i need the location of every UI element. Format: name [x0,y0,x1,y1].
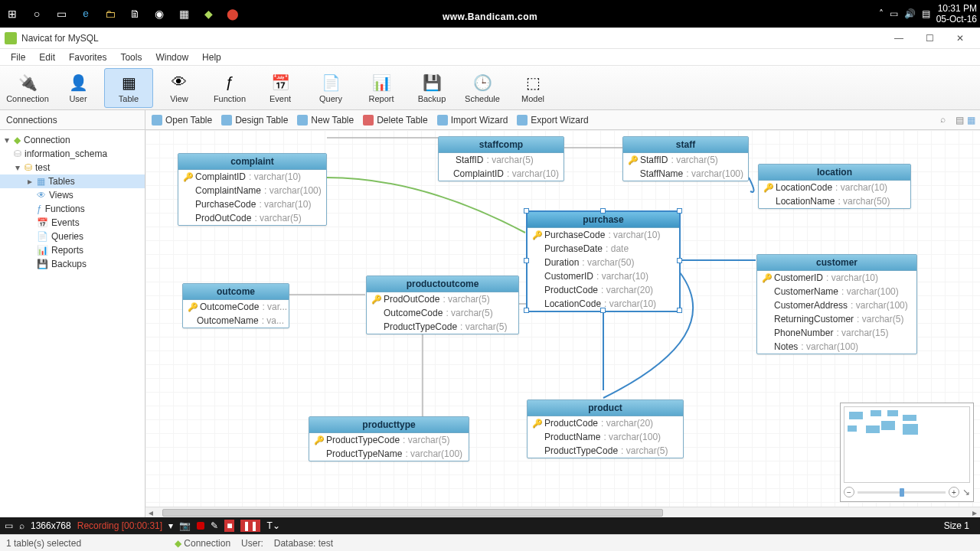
entity-purchase[interactable]: purchase🔑PurchaseCode : varchar(10)Purch… [527,211,680,311]
tool-query[interactable]: 📄Query [306,68,355,108]
tool-backup[interactable]: 💾Backup [407,68,456,108]
field-customername[interactable]: CustomerName : varchar(100) [757,285,916,298]
cortana-icon[interactable]: ○ [28,5,46,23]
minimize-button[interactable]: — [884,30,914,47]
tool-table[interactable]: ▦Table [104,68,153,108]
entity-outcome[interactable]: outcome🔑OutcomeCode : var...OutcomeName … [182,283,289,328]
field-outcomename[interactable]: OutcomeName : va... [183,314,289,328]
tray-action-icon[interactable]: ▤ [922,8,930,19]
tool-view[interactable]: 👁View [155,68,204,108]
menu-help[interactable]: Help [196,51,227,64]
close-button[interactable]: ✕ [945,30,975,47]
tool-event[interactable]: 📅Event [256,68,305,108]
minimap[interactable]: − + ↘ [840,403,974,502]
field-customerid[interactable]: CustomerID : varchar(10) [528,269,679,283]
field-producttypecode[interactable]: ProductTypeCode : varchar(5) [528,444,683,458]
entity-staffcomp[interactable]: staffcompStaffID : varchar(5)ComplaintID… [438,136,564,181]
entity-productoutcome[interactable]: productoutcome🔑ProdOutCode : varchar(5)O… [366,276,519,334]
subtool-open-table[interactable]: Open Table [149,113,215,127]
tool-function[interactable]: ƒFunction [205,68,254,108]
tree-backups[interactable]: 💾Backups [0,257,145,271]
field-notes[interactable]: Notes : varchar(100) [757,340,916,354]
rec-zoom-icon[interactable]: ⌕ [19,520,24,531]
entity-complaint[interactable]: complaint🔑ComplaintID : varchar(10)Compl… [178,153,327,226]
zoom-slider[interactable] [858,491,946,494]
start-icon[interactable]: ⊞ [3,5,21,23]
selection-handle[interactable] [524,258,529,263]
chrome-icon[interactable]: ◉ [150,5,168,23]
rec-display-icon[interactable]: ▭ [5,520,13,531]
field-locationname[interactable]: LocationName : varchar(50) [759,194,910,208]
app-icon-1[interactable]: 🗎 [126,5,144,23]
tray-battery-icon[interactable]: ▭ [890,8,898,19]
menu-window[interactable]: Window [149,51,194,64]
menu-file[interactable]: File [5,51,31,64]
tree-db-test[interactable]: ▾⛁test [0,161,145,174]
field-purchasecode[interactable]: PurchaseCode : varchar(10) [178,197,326,211]
field-staffid[interactable]: 🔑StaffID : varchar(5) [623,153,748,167]
bandicam-task-icon[interactable]: ⬤ [224,5,242,23]
entity-location[interactable]: location🔑LocationCode : varchar(10)Locat… [758,164,911,209]
subtool-design-table[interactable]: Design Table [218,113,291,127]
rec-draw-icon[interactable]: ✎ [211,520,218,531]
subtool-delete-table[interactable]: Delete Table [360,113,431,127]
rec-text-icon[interactable]: T⌄ [266,520,279,531]
field-customerid[interactable]: 🔑CustomerID : varchar(10) [757,271,916,285]
field-producttypename[interactable]: ProductTypeName : varchar(100) [309,447,469,461]
model-canvas[interactable]: complaint🔑ComplaintID : varchar(10)Compl… [145,130,980,517]
field-outcomecode[interactable]: OutcomeCode : varchar(5) [367,306,518,320]
navicat-task-icon[interactable]: ◆ [199,5,217,23]
rec-dropdown-icon[interactable]: ▾ [168,520,173,531]
rec-pause-button[interactable]: ❚❚ [240,520,260,532]
selection-handle[interactable] [677,258,682,263]
rec-stop-button[interactable]: ■ [224,520,234,532]
field-producttypecode[interactable]: ProductTypeCode : varchar(5) [367,320,518,334]
menu-tools[interactable]: Tools [114,51,148,64]
field-customeraddress[interactable]: CustomerAddress : varchar(100) [757,298,916,312]
entity-customer[interactable]: customer🔑CustomerID : varchar(10)Custome… [756,254,917,354]
field-phonenumber[interactable]: PhoneNumber : varchar(15) [757,326,916,340]
menu-edit[interactable]: Edit [33,51,61,64]
subtool-export-wizard[interactable]: Export Wizard [514,113,591,127]
field-complaintname[interactable]: ComplaintName : varchar(100) [178,184,326,197]
field-complaintid[interactable]: ComplaintID : varchar(10) [439,167,564,181]
tree-queries[interactable]: 📄Queries [0,230,145,243]
selection-handle[interactable] [524,208,529,214]
selection-handle[interactable] [600,208,606,214]
field-purchasecode[interactable]: 🔑PurchaseCode : varchar(10) [528,228,679,242]
field-complaintid[interactable]: 🔑ComplaintID : varchar(10) [178,170,326,184]
search-icon[interactable]: ⌕ [940,114,952,126]
tool-user[interactable]: 👤User [54,68,103,108]
field-prodoutcode[interactable]: 🔑ProdOutCode : varchar(5) [367,292,518,306]
entity-product[interactable]: product🔑ProductCode : varchar(20)Product… [527,399,684,458]
rec-camera-icon[interactable]: 📷 [179,520,191,531]
rec-record-button[interactable] [197,522,204,530]
zoom-in-button[interactable]: + [949,487,959,497]
taskview-icon[interactable]: ▭ [52,5,70,23]
field-purchasedate[interactable]: PurchaseDate : date [528,242,679,256]
tree-tables[interactable]: ▸▦Tables [0,174,145,188]
explorer-icon[interactable]: 🗀 [101,5,119,23]
selection-handle[interactable] [677,208,682,214]
store-icon[interactable]: ▦ [175,5,193,23]
entity-producttype[interactable]: producttype🔑ProductTypeCode : varchar(5)… [309,416,469,461]
field-locationcode[interactable]: 🔑LocationCode : varchar(10) [759,181,910,194]
tool-model[interactable]: ⬚Model [508,68,557,108]
tool-report[interactable]: 📊Report [357,68,406,108]
tree-root-connection[interactable]: ▾◆Connection [0,133,145,147]
tool-connection[interactable]: 🔌Connection [3,68,52,108]
field-staffid[interactable]: StaffID : varchar(5) [439,153,564,167]
field-staffname[interactable]: StaffName : varchar(100) [623,167,748,181]
tray-up-icon[interactable]: ˄ [879,8,884,19]
tree-events[interactable]: 📅Events [0,216,145,230]
taskbar-clock[interactable]: 10:31 PM 05-Oct-16 [936,3,977,25]
edge-icon[interactable]: ｅ [77,5,95,23]
tree-functions[interactable]: ƒFunctions [0,202,145,216]
tray-volume-icon[interactable]: 🔊 [904,8,916,19]
field-productname[interactable]: ProductName : varchar(100) [528,430,683,444]
subtool-new-table[interactable]: New Table [294,113,357,127]
horizontal-scrollbar[interactable]: ◂▸ [145,507,980,517]
view-grid-icon[interactable]: ▦ [967,115,975,126]
field-productcode[interactable]: 🔑ProductCode : varchar(20) [528,416,683,430]
minimap-view[interactable] [844,406,970,483]
